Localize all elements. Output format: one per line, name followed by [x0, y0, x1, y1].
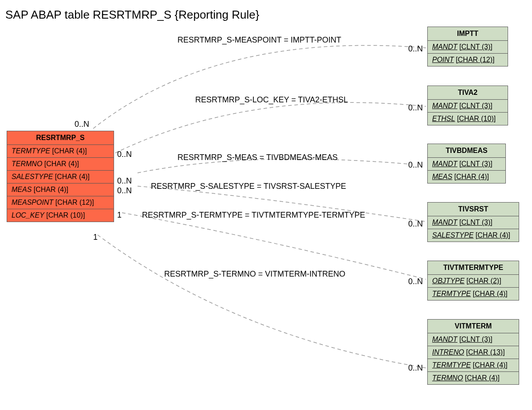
entity-header: IMPTT: [428, 27, 508, 41]
relation-label: RESRTMRP_S-TERMNO = VITMTERM-INTRENO: [164, 269, 345, 279]
entity-tivsrst: TIVSRST MANDT [CLNT (3)] SALESTYPE [CHAR…: [427, 202, 519, 242]
cardinality: 1: [117, 211, 122, 220]
cardinality: 0..N: [408, 277, 423, 286]
relation-label: RESRTMRP_S-MEASPOINT = IMPTT-POINT: [177, 35, 341, 45]
relation-label: RESRTMRP_S-MEAS = TIVBDMEAS-MEAS: [177, 153, 338, 162]
entity-header: TIVA2: [428, 86, 508, 100]
entity-tivbdmeas: TIVBDMEAS MANDT [CLNT (3)] MEAS [CHAR (4…: [427, 144, 506, 184]
field-row: MANDT [CLNT (3)]: [428, 216, 519, 229]
field-row: LOC_KEY [CHAR (10)]: [7, 209, 114, 222]
field-row: TERMNO [CHAR (4)]: [428, 372, 519, 384]
cardinality: 0..N: [117, 186, 132, 195]
cardinality: 0..N: [408, 219, 423, 229]
field-row: MEAS [CHAR (4)]: [7, 184, 114, 196]
entity-resrtmrp-s: RESRTMRP_S TERMTYPE [CHAR (4)] TERMNO [C…: [7, 131, 114, 222]
field-row: TERMNO [CHAR (4)]: [7, 158, 114, 171]
field-row: SALESTYPE [CHAR (4)]: [428, 229, 519, 242]
field-row: TERMTYPE [CHAR (4)]: [7, 145, 114, 158]
field-row: MANDT [CLNT (3)]: [428, 333, 519, 346]
field-row: INTRENO [CHAR (13)]: [428, 346, 519, 359]
cardinality: 0..N: [408, 363, 423, 373]
field-row: MEASPOINT [CHAR (12)]: [7, 196, 114, 209]
entity-header: TIVTMTERMTYPE: [428, 261, 519, 275]
entity-header: TIVSRST: [428, 203, 519, 216]
entity-header: VITMTERM: [428, 320, 519, 333]
entity-vitmterm: VITMTERM MANDT [CLNT (3)] INTRENO [CHAR …: [427, 319, 519, 385]
relation-label: RESRTMRP_S-SALESTYPE = TIVSRST-SALESTYPE: [151, 182, 346, 191]
entity-header: RESRTMRP_S: [7, 131, 114, 145]
entity-tivtmtermtype: TIVTMTERMTYPE OBJTYPE [CHAR (2)] TERMTYP…: [427, 261, 519, 301]
cardinality: 1: [93, 233, 98, 242]
field-row: MEAS [CHAR (4)]: [428, 171, 505, 183]
relation-label: RESRTMRP_S-LOC_KEY = TIVA2-ETHSL: [195, 95, 348, 105]
cardinality: 0..N: [117, 150, 132, 159]
entity-tiva2: TIVA2 MANDT [CLNT (3)] ETHSL [CHAR (10)]: [427, 86, 508, 125]
cardinality: 0..N: [117, 176, 132, 186]
field-row: ETHSL [CHAR (10)]: [428, 113, 508, 125]
field-row: MANDT [CLNT (3)]: [428, 41, 508, 54]
field-row: TERMTYPE [CHAR (4)]: [428, 288, 519, 300]
field-row: MANDT [CLNT (3)]: [428, 158, 505, 171]
cardinality: 0..N: [408, 44, 423, 54]
field-row: POINT [CHAR (12)]: [428, 54, 508, 66]
field-row: OBJTYPE [CHAR (2)]: [428, 275, 519, 288]
relation-label: RESRTMRP_S-TERMTYPE = TIVTMTERMTYPE-TERM…: [142, 211, 365, 220]
cardinality: 0..N: [75, 120, 89, 129]
field-row: SALESTYPE [CHAR (4)]: [7, 171, 114, 184]
entity-imptt: IMPTT MANDT [CLNT (3)] POINT [CHAR (12)]: [427, 27, 508, 66]
cardinality: 0..N: [408, 160, 423, 170]
field-row: TERMTYPE [CHAR (4)]: [428, 359, 519, 372]
field-row: MANDT [CLNT (3)]: [428, 100, 508, 113]
diagram-title: SAP ABAP table RESRTMRP_S {Reporting Rul…: [5, 8, 259, 22]
entity-header: TIVBDMEAS: [428, 144, 505, 158]
cardinality: 0..N: [408, 103, 423, 113]
